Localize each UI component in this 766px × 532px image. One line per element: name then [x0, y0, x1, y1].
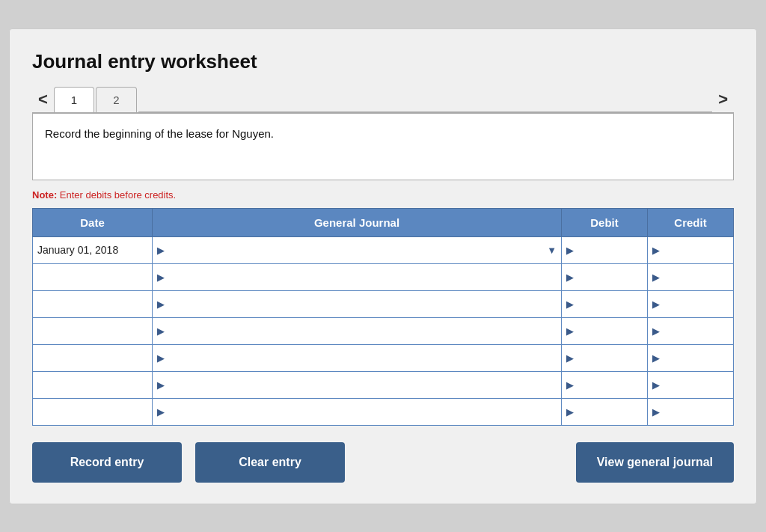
cell-credit-2[interactable]: ▶: [648, 290, 734, 317]
buttons-row: Record entry Clear entry View general jo…: [32, 442, 734, 483]
instruction-box: Record the beginning of the lease for Ng…: [32, 113, 734, 180]
header-debit: Debit: [562, 208, 648, 236]
table-row: ▶▶▶: [33, 290, 734, 317]
header-general-journal: General Journal: [153, 208, 562, 236]
journal-table: Date General Journal Debit Credit Januar…: [32, 208, 734, 426]
instruction-text: Record the beginning of the lease for Ng…: [45, 127, 274, 140]
cell-gj-1[interactable]: ▶: [153, 263, 562, 290]
table-row: January 01, 2018▶▼▶▶: [33, 236, 734, 263]
tab-spacer: [138, 111, 713, 112]
cell-credit-5[interactable]: ▶: [648, 371, 734, 398]
cell-gj-0[interactable]: ▶▼: [153, 236, 562, 263]
cell-credit-0[interactable]: ▶: [648, 236, 734, 263]
cell-date-2[interactable]: [33, 290, 153, 317]
cell-date-4[interactable]: [33, 344, 153, 371]
cell-gj-5[interactable]: ▶: [153, 371, 562, 398]
cell-date-5[interactable]: [33, 371, 153, 398]
nav-left-arrow[interactable]: <: [32, 87, 54, 112]
cell-debit-3[interactable]: ▶: [562, 317, 648, 344]
tab-2[interactable]: 2: [96, 87, 136, 112]
note-text: Enter debits before credits.: [60, 189, 176, 201]
note-box: Note: Enter debits before credits.: [32, 189, 734, 201]
table-row: ▶▶▶: [33, 317, 734, 344]
dropdown-arrow-icon[interactable]: ▼: [547, 245, 557, 256]
cell-gj-3[interactable]: ▶: [153, 317, 562, 344]
tab-1[interactable]: 1: [54, 87, 94, 112]
cell-debit-5[interactable]: ▶: [562, 371, 648, 398]
view-general-journal-button[interactable]: View general journal: [576, 442, 734, 483]
tabs-container: < 1 2 >: [32, 87, 734, 113]
main-container: Journal entry worksheet < 1 2 > Record t…: [9, 28, 757, 504]
table-row: ▶▶▶: [33, 263, 734, 290]
table-row: ▶▶▶: [33, 344, 734, 371]
header-date: Date: [33, 208, 153, 236]
table-row: ▶▶▶: [33, 371, 734, 398]
cell-credit-3[interactable]: ▶: [648, 317, 734, 344]
cell-gj-2[interactable]: ▶: [153, 290, 562, 317]
cell-credit-4[interactable]: ▶: [648, 344, 734, 371]
cell-date-6[interactable]: [33, 398, 153, 425]
clear-entry-button[interactable]: Clear entry: [195, 442, 345, 483]
record-entry-button[interactable]: Record entry: [32, 442, 182, 483]
cell-gj-4[interactable]: ▶: [153, 344, 562, 371]
cell-date-0[interactable]: January 01, 2018: [33, 236, 153, 263]
cell-gj-6[interactable]: ▶: [153, 398, 562, 425]
table-row: ▶▶▶: [33, 398, 734, 425]
cell-debit-0[interactable]: ▶: [562, 236, 648, 263]
cell-debit-4[interactable]: ▶: [562, 344, 648, 371]
cell-date-3[interactable]: [33, 317, 153, 344]
cell-credit-1[interactable]: ▶: [648, 263, 734, 290]
cell-credit-6[interactable]: ▶: [648, 398, 734, 425]
table-header-row: Date General Journal Debit Credit: [33, 208, 734, 236]
cell-debit-2[interactable]: ▶: [562, 290, 648, 317]
cell-date-1[interactable]: [33, 263, 153, 290]
nav-right-arrow[interactable]: >: [712, 87, 734, 112]
page-title: Journal entry worksheet: [32, 50, 734, 73]
note-label: Note:: [32, 189, 57, 201]
cell-debit-6[interactable]: ▶: [562, 398, 648, 425]
header-credit: Credit: [648, 208, 734, 236]
cell-debit-1[interactable]: ▶: [562, 263, 648, 290]
